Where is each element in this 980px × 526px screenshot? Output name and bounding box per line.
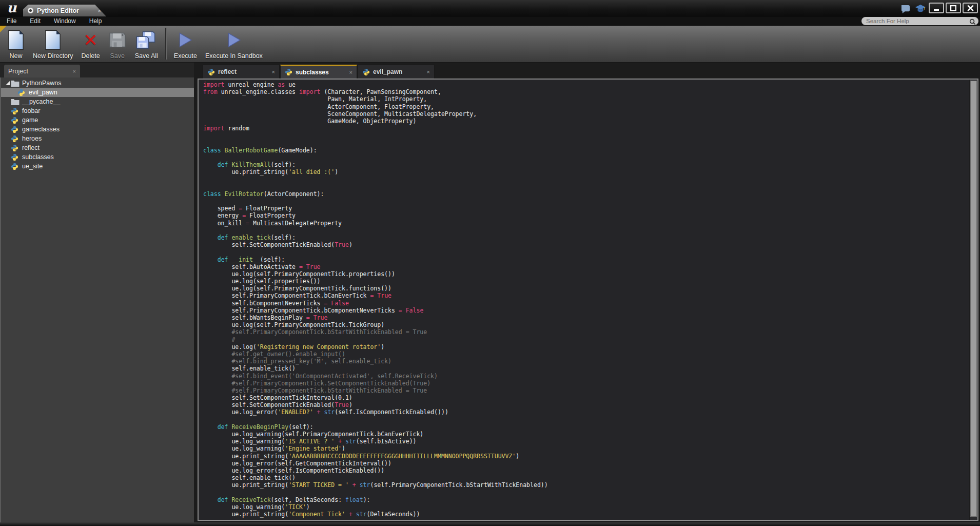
editor-tab-subclasses[interactable]: subclasses× xyxy=(280,65,357,79)
code-line[interactable]: energy = FloatProperty xyxy=(203,212,969,219)
code-line[interactable]: ue.print_string('AAAAABBBBBCCCCDDDDEEEEF… xyxy=(203,453,969,460)
tree-item-foobar[interactable]: foobar xyxy=(1,106,194,115)
toolbar-button-execute-in-sandbox[interactable]: Execute In Sandbox xyxy=(201,27,267,60)
code-line[interactable]: def ReceiveTick(self, DeltaSeconds: floa… xyxy=(203,496,969,503)
code-line[interactable]: ue.print_string('all died :(') xyxy=(203,168,969,176)
window-tab-close-icon[interactable]: × xyxy=(98,8,101,14)
code-line[interactable] xyxy=(203,154,969,161)
menu-item-window[interactable]: Window xyxy=(47,16,83,26)
toolbar-button-delete[interactable]: ✕Delete xyxy=(77,27,104,60)
project-tab-close-icon[interactable]: × xyxy=(73,68,76,74)
tree-item-pythonpawns[interactable]: PythonPawns xyxy=(1,79,194,88)
code-line[interactable]: ue.log_warning('TICK') xyxy=(203,503,969,511)
code-line[interactable] xyxy=(203,518,969,520)
code-line[interactable]: ue.log(self.PrimaryComponentTick.functio… xyxy=(203,285,969,292)
minimize-button[interactable] xyxy=(929,3,944,13)
code-line[interactable] xyxy=(203,140,969,147)
code-line[interactable]: self.SetComponentTickEnabled(True) xyxy=(203,241,969,248)
code-line[interactable] xyxy=(203,248,969,256)
menu-item-help[interactable]: Help xyxy=(83,16,109,26)
editor-tab-close-icon[interactable]: × xyxy=(349,69,352,75)
code-line[interactable]: ActorComponent, FloatProperty, xyxy=(203,103,969,110)
code-line[interactable]: class EvilRotator(ActorComponent): xyxy=(203,190,969,198)
code-line[interactable]: self.PrimaryComponentTick.bComponentNeve… xyxy=(203,307,969,314)
menu-item-edit[interactable]: Edit xyxy=(23,16,47,26)
window-tab[interactable]: Python Editor × xyxy=(23,5,106,16)
tree-item-ue-site[interactable]: ue_site xyxy=(1,162,194,171)
code-line[interactable]: self.enable_tick() xyxy=(203,365,969,372)
editor-tab-close-icon[interactable]: × xyxy=(272,69,275,75)
expander-icon[interactable] xyxy=(4,81,11,85)
tree-item-reflect[interactable]: reflect xyxy=(1,143,194,152)
tree-item-game[interactable]: game xyxy=(1,115,194,125)
code-line[interactable]: Pawn, Material, IntProperty, xyxy=(203,95,969,103)
code-line[interactable] xyxy=(203,198,969,205)
code-line[interactable]: def __init__(self): xyxy=(203,256,969,263)
code-line[interactable]: GameMode, ObjectProperty) xyxy=(203,118,969,125)
code-line[interactable]: class BallerRobotGame(GameMode): xyxy=(203,147,969,154)
code-editor[interactable]: import unreal_engine as uefrom unreal_en… xyxy=(199,80,969,520)
editor-tab-evil-pawn[interactable]: evil_pawn× xyxy=(358,65,435,79)
code-line[interactable]: ue.log_error(self.GetComponentTickInterv… xyxy=(203,460,969,467)
code-line[interactable]: #self.get_owner().enable_input() xyxy=(203,350,969,358)
tree-item-subclasses[interactable]: subclasses xyxy=(1,152,194,162)
code-line[interactable]: def enable_tick(self): xyxy=(203,234,969,241)
code-line[interactable]: #self.PrimaryComponentTick.bStartWithTic… xyxy=(203,328,969,336)
scrollbar-thumb[interactable] xyxy=(970,81,977,517)
tree-item-pycache[interactable]: __pycache__ xyxy=(1,97,194,106)
toolbar-button-execute[interactable]: Execute xyxy=(170,27,201,60)
code-line[interactable]: # xyxy=(203,336,969,343)
toolbar-button-new-directory[interactable]: New Directory xyxy=(29,27,77,60)
code-line[interactable]: #self.PrimaryComponentTick.SetComponentT… xyxy=(203,380,969,387)
code-line[interactable]: self.bComponentNeverTicks = False xyxy=(203,300,969,307)
menu-item-file[interactable]: File xyxy=(0,16,23,26)
code-line[interactable]: from unreal_engine.classes import (Chara… xyxy=(203,88,969,95)
code-line[interactable]: import random xyxy=(203,125,969,132)
search-input[interactable] xyxy=(866,18,968,24)
tree-item-heroes[interactable]: heroes xyxy=(1,134,194,143)
vertical-scrollbar[interactable] xyxy=(969,80,977,520)
code-line[interactable]: ue.log_warning('IS ACTIVE ? ' + str(self… xyxy=(203,438,969,445)
code-line[interactable]: self.SetComponentTickInterval(0.1) xyxy=(203,394,969,401)
code-line[interactable]: import unreal_engine as ue xyxy=(203,81,969,88)
code-line[interactable] xyxy=(203,489,969,496)
code-line[interactable]: self.bWantsBeginPlay = True xyxy=(203,314,969,321)
code-line[interactable] xyxy=(203,227,969,234)
code-line[interactable]: def KillThemAll(self): xyxy=(203,161,969,168)
code-line[interactable]: speed = FloatProperty xyxy=(203,205,969,212)
editor-tab-reflect[interactable]: reflect× xyxy=(203,65,280,79)
code-line[interactable]: #self.bind_event('OnComponentActivated',… xyxy=(203,373,969,380)
tutorial-cap-icon[interactable] xyxy=(915,4,926,15)
code-line[interactable]: #self.bind_pressed_key('M', self.enable_… xyxy=(203,358,969,365)
code-line[interactable]: ue.log_error('ENABLED?' + str(self.IsCom… xyxy=(203,408,969,416)
code-line[interactable]: on_kill = MulticastDelegateProperty xyxy=(203,220,969,227)
code-line[interactable]: ue.print_string('Component Tick' + str(D… xyxy=(203,511,969,518)
feedback-bubble-icon[interactable] xyxy=(900,5,910,15)
code-line[interactable] xyxy=(203,183,969,190)
code-line[interactable]: SceneComponent, MulticastDelegatePropert… xyxy=(203,110,969,118)
code-line[interactable]: ue.log(self.properties()) xyxy=(203,278,969,285)
code-line[interactable]: ue.log_warning('Engine started') xyxy=(203,445,969,452)
code-line[interactable]: ue.log_error(self.IsComponentTickEnabled… xyxy=(203,467,969,474)
maximize-button[interactable] xyxy=(946,3,961,13)
editor-tab-close-icon[interactable]: × xyxy=(427,69,430,75)
code-line[interactable]: self.bAutoActivate = True xyxy=(203,263,969,270)
code-line[interactable]: self.PrimaryComponentTick.bCanEverTick =… xyxy=(203,292,969,299)
code-line[interactable]: #self.PrimaryComponentTick.bStartWithTic… xyxy=(203,387,969,394)
code-line[interactable]: self.SetComponentTickEnabled(True) xyxy=(203,401,969,408)
tree-item-gameclasses[interactable]: gameclasses xyxy=(1,125,194,134)
toolbar-button-save-all[interactable]: Save All xyxy=(131,27,162,60)
code-line[interactable]: ue.log(self.PrimaryComponentTick.propert… xyxy=(203,270,969,278)
code-line[interactable] xyxy=(203,132,969,139)
project-tab[interactable]: Project × xyxy=(4,65,80,77)
tree-item-evil-pawn[interactable]: evil_pawn xyxy=(1,88,194,97)
code-line[interactable]: ue.print_string('START TICKED = ' + str(… xyxy=(203,481,969,489)
code-line[interactable]: ue.log(self.PrimaryComponentTick.TickGro… xyxy=(203,321,969,328)
code-line[interactable]: self.enable_tick() xyxy=(203,474,969,481)
code-line[interactable] xyxy=(203,176,969,183)
close-button[interactable] xyxy=(963,3,978,13)
toolbar-button-new[interactable]: New xyxy=(3,27,29,60)
code-line[interactable]: def ReceiveBeginPlay(self): xyxy=(203,423,969,431)
code-line[interactable]: ue.log_warning(self.PrimaryComponentTick… xyxy=(203,431,969,438)
code-line[interactable] xyxy=(203,416,969,423)
